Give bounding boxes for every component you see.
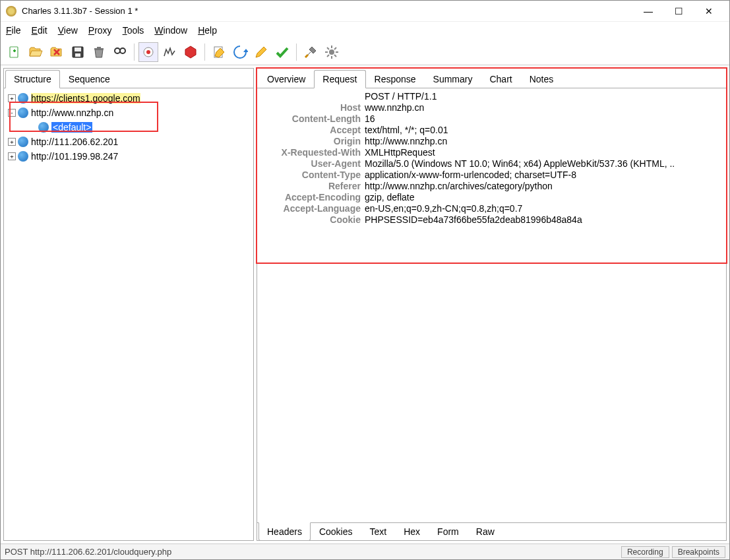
- minimize-button[interactable]: —: [633, 2, 663, 20]
- header-row[interactable]: Accepttext/html, */*; q=0.01: [262, 125, 721, 135]
- open-button[interactable]: [26, 42, 46, 62]
- menu-help[interactable]: Help: [198, 25, 217, 36]
- tree-node[interactable]: - http://www.nnzhp.cn: [5, 106, 252, 120]
- record-button[interactable]: [138, 42, 158, 62]
- tree-label: http://www.nnzhp.cn: [31, 108, 113, 118]
- header-row[interactable]: Hostwww.nnzhp.cn: [262, 102, 721, 113]
- expand-icon[interactable]: +: [8, 152, 16, 160]
- globe-icon: [18, 137, 28, 147]
- status-breakpoints[interactable]: Breakpoints: [672, 546, 725, 558]
- window-controls: — ☐ ✕: [633, 2, 724, 20]
- tab-headers[interactable]: Headers: [259, 522, 311, 541]
- menu-proxy[interactable]: Proxy: [88, 25, 112, 36]
- header-row[interactable]: Content-Typeapplication/x-www-form-urlen…: [262, 170, 721, 180]
- header-row[interactable]: Accept-Encodinggzip, deflate: [262, 192, 721, 202]
- tab-text[interactable]: Text: [361, 523, 396, 540]
- host-tree[interactable]: + https://clients1.google.com - http://w…: [4, 88, 253, 540]
- menu-edit[interactable]: Edit: [32, 25, 47, 36]
- status-text: POST http://111.206.62.201/cloudquery.ph…: [5, 547, 171, 557]
- header-row[interactable]: Originhttp://www.nnzhp.cn: [262, 136, 721, 146]
- tab-response[interactable]: Response: [366, 70, 425, 88]
- content-area: Structure Sequence + https://clients1.go…: [1, 65, 729, 544]
- expand-icon[interactable]: +: [8, 138, 16, 146]
- close-session-button[interactable]: [47, 42, 67, 62]
- tab-raw[interactable]: Raw: [468, 523, 503, 540]
- header-value: gzip, deflate: [365, 192, 721, 202]
- tab-structure[interactable]: Structure: [5, 70, 60, 88]
- save-button[interactable]: [68, 42, 88, 62]
- menu-view[interactable]: View: [58, 25, 78, 36]
- header-row[interactable]: Accept-Languageen-US,en;q=0.9,zh-CN;q=0.…: [262, 203, 721, 214]
- left-panel: Structure Sequence + https://clients1.go…: [3, 68, 254, 541]
- left-tabs: Structure Sequence: [4, 69, 253, 88]
- tree-label: http://111.206.62.201: [31, 137, 118, 147]
- settings-button[interactable]: [322, 42, 342, 62]
- menu-tools[interactable]: Tools: [123, 25, 144, 36]
- throttle-button[interactable]: [160, 42, 179, 62]
- header-key: Host: [262, 102, 365, 113]
- menu-file[interactable]: File: [6, 25, 21, 36]
- header-key: User-Agent: [262, 158, 365, 169]
- close-button[interactable]: ✕: [694, 2, 724, 20]
- svg-rect-2: [75, 47, 81, 51]
- globe-icon: [38, 122, 49, 133]
- header-key: X-Requested-With: [262, 147, 365, 158]
- svg-rect-5: [97, 47, 101, 48]
- collapse-icon[interactable]: -: [8, 109, 16, 117]
- svg-marker-10: [185, 46, 196, 58]
- menu-window[interactable]: Window: [154, 25, 187, 36]
- status-recording[interactable]: Recording: [621, 546, 669, 558]
- compose-button[interactable]: [209, 42, 229, 62]
- app-icon: [6, 6, 16, 16]
- header-value: http://www.nnzhp.cn/archives/category/py…: [365, 181, 721, 191]
- tools-button[interactable]: [301, 42, 320, 62]
- toolbar: [1, 39, 729, 65]
- header-value: text/html, */*; q=0.01: [365, 125, 721, 135]
- bottom-tabs: Headers Cookies Text Hex Form Raw: [257, 522, 726, 540]
- header-row[interactable]: CookiePHPSESSID=eb4a73f66be55fa2deab8199…: [262, 214, 721, 225]
- request-headers-view[interactable]: POST / HTTP/1.1 Hostwww.nnzhp.cnContent-…: [257, 88, 726, 522]
- find-button[interactable]: [110, 42, 130, 62]
- header-value: Mozilla/5.0 (Windows NT 10.0; Win64; x64…: [365, 158, 721, 169]
- breakpoints-button[interactable]: [181, 42, 200, 62]
- header-row[interactable]: Refererhttp://www.nnzhp.cn/archives/cate…: [262, 181, 721, 191]
- header-value: application/x-www-form-urlencoded; chars…: [365, 170, 721, 180]
- header-key: Origin: [262, 136, 365, 146]
- edit-button[interactable]: [251, 42, 271, 62]
- tab-request[interactable]: Request: [314, 70, 365, 88]
- globe-icon: [18, 108, 28, 118]
- tab-hex[interactable]: Hex: [395, 523, 429, 540]
- new-session-button[interactable]: [5, 42, 24, 62]
- header-row[interactable]: Content-Length16: [262, 113, 721, 124]
- window-title: Charles 3.11.3b7 - Session 1 *: [22, 6, 138, 16]
- tree-node[interactable]: + https://clients1.google.com: [5, 91, 252, 106]
- tab-overview[interactable]: Overview: [259, 70, 314, 88]
- svg-rect-4: [94, 48, 104, 50]
- tab-chart[interactable]: Chart: [481, 70, 520, 88]
- validate-button[interactable]: [272, 42, 292, 62]
- tab-form[interactable]: Form: [429, 523, 468, 540]
- tree-node[interactable]: + http://101.199.98.247: [5, 149, 252, 164]
- expand-icon[interactable]: +: [8, 94, 16, 102]
- header-row[interactable]: X-Requested-WithXMLHttpRequest: [262, 147, 721, 158]
- right-panel: Overview Request Response Summary Chart …: [257, 68, 727, 541]
- header-key: Referer: [262, 181, 365, 191]
- svg-point-7: [120, 48, 125, 53]
- tree-node-child[interactable]: <default>: [5, 120, 252, 135]
- tree-label-selected: <default>: [51, 122, 92, 133]
- repeat-button[interactable]: [230, 42, 250, 62]
- maximize-button[interactable]: ☐: [663, 2, 694, 20]
- tab-cookies[interactable]: Cookies: [311, 523, 361, 540]
- tab-sequence[interactable]: Sequence: [60, 70, 119, 88]
- tree-label: http://101.199.98.247: [31, 151, 118, 162]
- tree-label: https://clients1.google.com: [31, 93, 140, 104]
- tree-node[interactable]: + http://111.206.62.201: [5, 135, 252, 149]
- tab-summary[interactable]: Summary: [425, 70, 481, 88]
- tab-notes[interactable]: Notes: [521, 70, 563, 88]
- svg-rect-3: [75, 53, 80, 57]
- statusbar: POST http://111.206.62.201/cloudquery.ph…: [1, 544, 729, 559]
- header-value: en-US,en;q=0.9,zh-CN;q=0.8,zh;q=0.7: [365, 203, 721, 214]
- titlebar: Charles 3.11.3b7 - Session 1 * — ☐ ✕: [1, 1, 729, 22]
- header-row[interactable]: User-AgentMozilla/5.0 (Windows NT 10.0; …: [262, 158, 721, 169]
- clear-button[interactable]: [89, 42, 109, 62]
